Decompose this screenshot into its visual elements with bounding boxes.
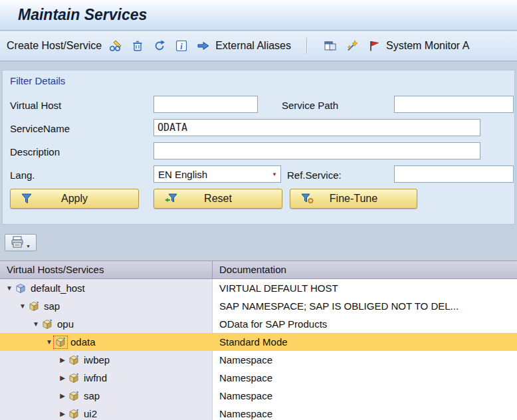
print-button[interactable]: ▼ xyxy=(5,234,37,251)
expand-arrow-icon[interactable]: ▼ xyxy=(17,297,28,315)
service-node-icon xyxy=(68,373,80,383)
description-label: Description xyxy=(10,146,60,158)
tree-node-cell: ▼ sap xyxy=(0,297,213,315)
tree-node-label: sap xyxy=(84,390,100,401)
ref-service-input[interactable] xyxy=(394,165,514,183)
language-select[interactable]: EN English ▼ xyxy=(154,165,281,183)
combo-dropdown-icon[interactable]: ▼ xyxy=(268,171,280,177)
tree-node-label: odata xyxy=(70,336,96,348)
toolbar-separator xyxy=(306,38,307,54)
create-host-service-button[interactable]: Create Host/Service xyxy=(7,40,102,52)
print-menu-arrow-icon[interactable]: ▼ xyxy=(26,244,31,251)
expand-arrow-icon[interactable]: ▶ xyxy=(57,369,68,387)
apply-filter-icon xyxy=(21,193,33,207)
fine-tune-icon xyxy=(300,193,314,207)
documentation-cell: Namespace xyxy=(213,405,517,420)
tree-row[interactable]: ▼ opu OData for SAP Products xyxy=(0,315,517,333)
tree-node-label: iwbep xyxy=(84,354,110,366)
tree-node-cell: ▶ ui2 xyxy=(0,405,213,420)
service-node-icon xyxy=(54,337,66,348)
tree-node-cell: ▼ default_host xyxy=(0,279,213,297)
reset-filter-icon xyxy=(164,193,177,207)
printer-icon xyxy=(11,236,24,250)
external-aliases-button[interactable]: External Aliases xyxy=(195,38,291,54)
tree-node-cell: ▼ odata xyxy=(0,333,213,351)
language-value: EN English xyxy=(158,169,268,180)
tree-node-label: ui2 xyxy=(84,408,97,419)
tree-row[interactable]: ▶ ui2 Namespace xyxy=(0,405,517,420)
apply-button-label: Apply xyxy=(61,193,88,205)
tree-row[interactable]: ▼ default_host VIRTUAL DEFAULT HOST xyxy=(0,279,517,297)
host-node-icon xyxy=(15,283,27,294)
wizard-icon[interactable] xyxy=(344,38,360,54)
documentation-cell: Standard Mode xyxy=(213,333,517,351)
reset-button[interactable]: Reset xyxy=(154,189,282,209)
language-label: Lang. xyxy=(10,169,35,181)
documentation-cell: Namespace xyxy=(213,387,517,405)
fine-tune-button[interactable]: Fine-Tune xyxy=(290,189,417,209)
service-path-input[interactable] xyxy=(394,96,514,113)
delete-icon[interactable] xyxy=(130,38,146,54)
tree-indent xyxy=(0,306,17,306)
apply-button[interactable]: Apply xyxy=(10,189,139,209)
tree-node-cell: ▶ sap xyxy=(0,387,213,405)
tree-row[interactable]: ▶ sap Namespace xyxy=(0,387,517,405)
service-node-icon xyxy=(68,355,80,366)
tree-node-cell: ▶ iwbep xyxy=(0,351,213,369)
tree-indent xyxy=(0,413,57,414)
refresh-icon[interactable] xyxy=(152,38,167,54)
description-input[interactable] xyxy=(154,142,480,159)
service-node-icon xyxy=(28,301,40,312)
title-bar: Maintain Services xyxy=(0,0,517,31)
sap-maintain-services-window: Maintain Services Create Host/Service xyxy=(0,0,517,420)
expand-arrow-icon[interactable]: ▶ xyxy=(57,405,68,420)
page-title: Maintain Services xyxy=(18,6,147,24)
filter-details-panel: Filter Details Virtual Host Service Path… xyxy=(2,70,515,225)
external-alias-arrow-icon xyxy=(195,38,211,54)
tree-node-label: iwfnd xyxy=(84,372,107,383)
system-monitor-button[interactable]: System Monitor A xyxy=(366,38,469,54)
tree-indent xyxy=(0,324,31,324)
virtual-host-label: Virtual Host xyxy=(10,100,61,111)
tree-table-header: Virtual Hosts/Services Documentation xyxy=(0,261,517,279)
service-node-icon xyxy=(68,409,80,419)
expand-arrow-icon[interactable]: ▼ xyxy=(44,333,54,351)
fine-tune-button-label: Fine-Tune xyxy=(330,193,377,205)
reset-button-label: Reset xyxy=(204,193,232,205)
tree-node-cell: ▶ iwfnd xyxy=(0,369,213,387)
virtual-host-input[interactable] xyxy=(154,96,258,113)
expand-arrow-icon[interactable]: ▼ xyxy=(4,279,15,297)
tree-row[interactable]: ▶ iwbep Namespace xyxy=(0,351,517,369)
tree-node-cell: ▼ opu xyxy=(0,315,213,333)
filter-details-title: Filter Details xyxy=(10,75,65,86)
tree-indent xyxy=(0,342,44,342)
tree-node-label: default_host xyxy=(31,282,85,294)
service-path-label: Service Path xyxy=(282,100,338,111)
tree-row[interactable]: ▼ sap SAP NAMESPACE; SAP IS OBLIGED NOT … xyxy=(0,297,517,315)
tree-indent xyxy=(0,395,57,396)
new-window-icon[interactable] xyxy=(322,38,338,54)
documentation-cell: Namespace xyxy=(213,369,517,387)
column-header-virtual-hosts[interactable]: Virtual Hosts/Services xyxy=(0,261,213,278)
column-header-documentation[interactable]: Documentation xyxy=(213,261,517,278)
expand-arrow-icon[interactable]: ▶ xyxy=(57,387,68,405)
documentation-cell: OData for SAP Products xyxy=(213,315,517,333)
application-toolbar: Create Host/Service xyxy=(0,31,517,62)
service-name-label: ServiceName xyxy=(10,123,70,134)
tree-indent xyxy=(0,360,57,360)
service-name-input[interactable] xyxy=(154,119,480,136)
service-node-icon xyxy=(68,391,80,401)
tree-row[interactable]: ▶ iwfnd Namespace xyxy=(0,369,517,387)
tree-node-label: sap xyxy=(44,300,60,312)
expand-arrow-icon[interactable]: ▶ xyxy=(57,351,68,369)
tree-row[interactable]: ▼ odata Standard Mode xyxy=(0,333,517,351)
tree-node-label: opu xyxy=(57,318,74,330)
documentation-cell: SAP NAMESPACE; SAP IS OBLIGED NOT TO DEL… xyxy=(213,297,517,315)
tree-body: ▼ default_host VIRTUAL DEFAULT HOST ▼ xyxy=(0,279,517,420)
expand-arrow-icon[interactable]: ▼ xyxy=(31,315,41,333)
ref-service-label: Ref.Service: xyxy=(287,169,342,181)
tree-indent xyxy=(0,377,57,378)
display-change-icon[interactable] xyxy=(108,38,124,54)
info-icon[interactable]: i xyxy=(173,38,189,54)
external-aliases-label: External Aliases xyxy=(215,40,291,52)
